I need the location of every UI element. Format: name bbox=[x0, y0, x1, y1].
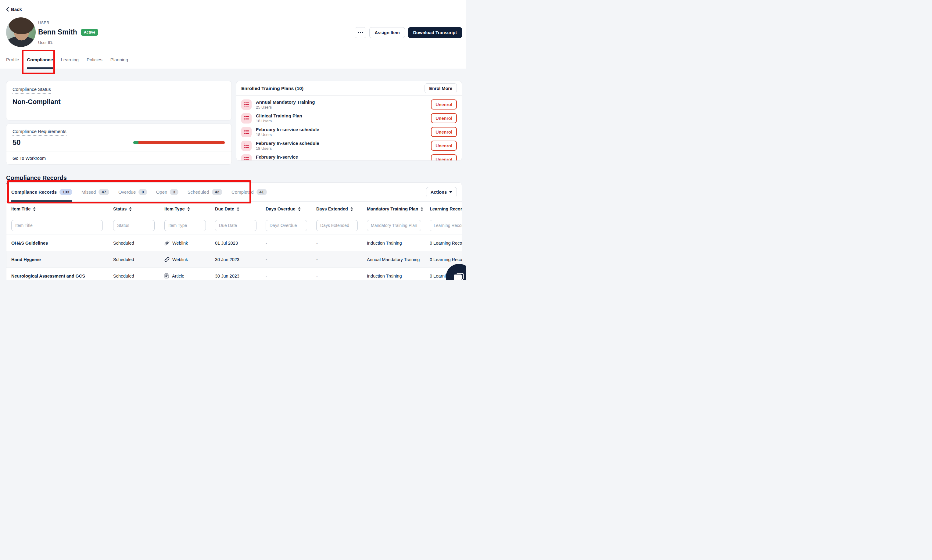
compliance-progress-bar bbox=[133, 141, 225, 144]
chevron-left-icon bbox=[6, 7, 9, 12]
compliance-requirements-value: 50 bbox=[12, 138, 21, 147]
item-title-cell: Hand Hygiene bbox=[6, 251, 108, 268]
status-cell: Scheduled bbox=[108, 268, 160, 280]
compliance-status-label: Compliance Status bbox=[12, 87, 51, 94]
unenrol-button[interactable]: Unenrol bbox=[431, 99, 457, 109]
tab-policies[interactable]: Policies bbox=[87, 57, 103, 69]
more-options-button[interactable] bbox=[355, 27, 366, 38]
learning-records-filter-input[interactable] bbox=[430, 220, 462, 231]
role-label: USER bbox=[38, 21, 49, 25]
item-type-cell: Weblink bbox=[160, 235, 210, 251]
count-badge: 47 bbox=[98, 189, 109, 195]
plan-name[interactable]: Clinical Training Plan bbox=[256, 113, 302, 119]
days-overdue-cell: - bbox=[261, 268, 311, 280]
tab-profile[interactable]: Profile bbox=[6, 57, 19, 69]
column-header-mandatory-training-plan[interactable]: Mandatory Training Plan bbox=[362, 202, 425, 216]
caret-down-icon bbox=[449, 191, 452, 193]
enrolled-training-plans-card: Enrolled Training Plans (10) Enrol More … bbox=[236, 81, 462, 161]
records-tab-missed[interactable]: Missed 47 bbox=[82, 183, 109, 201]
compliance-requirements-label: Compliance Requirements bbox=[12, 129, 66, 136]
days-overdue-cell: - bbox=[261, 235, 311, 251]
unenrol-button[interactable]: Unenrol bbox=[431, 154, 457, 161]
go-to-workroom-link[interactable]: Go To Workroom bbox=[6, 152, 231, 165]
days-extended-cell: - bbox=[311, 251, 362, 268]
sort-icon bbox=[129, 207, 132, 211]
records-table: Item Title Status Item Type Due Date Day… bbox=[6, 202, 462, 280]
sort-icon bbox=[33, 207, 36, 211]
column-header-days-overdue[interactable]: Days Overdue bbox=[261, 202, 311, 216]
sort-icon bbox=[187, 207, 190, 211]
records-tab-compliance-records[interactable]: Compliance Records 133 bbox=[11, 183, 72, 201]
avatar bbox=[6, 17, 36, 47]
tab-planning[interactable]: Planning bbox=[111, 57, 128, 69]
learning-records-cell: 0 Learning Records bbox=[425, 235, 462, 251]
list-item: February In-service schedule 18 Users Un… bbox=[241, 125, 457, 139]
assign-item-button[interactable]: Assign Item bbox=[369, 27, 405, 38]
compliance-status-card: Compliance Status Non-Compliant bbox=[6, 81, 232, 120]
records-tab-open[interactable]: Open 3 bbox=[156, 183, 178, 201]
status-cell: Scheduled bbox=[108, 251, 160, 268]
compliance-status-value: Non-Compliant bbox=[12, 98, 225, 106]
link-icon bbox=[165, 240, 169, 246]
item-title-filter-input[interactable] bbox=[11, 220, 103, 231]
days-extended-cell: - bbox=[311, 235, 362, 251]
column-header-item-type[interactable]: Item Type bbox=[160, 202, 210, 216]
list-item: February In-service schedule 18 Users Un… bbox=[241, 139, 457, 152]
page-header: Back USER Benn Smith Active User ID: - A… bbox=[0, 0, 466, 69]
item-title-cell: Neurological Assessment and GCS bbox=[6, 268, 108, 280]
plan-users: 18 Users bbox=[256, 118, 302, 123]
sort-icon bbox=[237, 207, 239, 211]
count-badge: 41 bbox=[257, 189, 267, 195]
plan-users: 18 Users bbox=[256, 132, 319, 137]
tab-learning[interactable]: Learning bbox=[61, 57, 79, 69]
days-overdue-filter-input[interactable] bbox=[266, 220, 307, 231]
plan-users: 18 Users bbox=[256, 146, 319, 151]
column-header-days-extended[interactable]: Days Extended bbox=[311, 202, 362, 216]
training-plan-list-icon bbox=[241, 127, 252, 137]
due-date-filter-input[interactable] bbox=[215, 220, 257, 231]
compliance-requirements-card: Compliance Requirements 50 Go To Workroo… bbox=[6, 123, 232, 165]
unenrol-button[interactable]: Unenrol bbox=[431, 141, 457, 151]
sort-icon bbox=[351, 207, 353, 211]
count-badge: 3 bbox=[170, 189, 178, 195]
unenrol-button[interactable]: Unenrol bbox=[431, 113, 457, 123]
records-tab-scheduled[interactable]: Scheduled 42 bbox=[188, 183, 222, 201]
status-filter-input[interactable] bbox=[113, 220, 155, 231]
sort-icon bbox=[298, 207, 301, 211]
due-date-cell: 30 Jun 2023 bbox=[210, 268, 261, 280]
item-type-cell: Weblink bbox=[160, 251, 210, 268]
column-header-due-date[interactable]: Due Date bbox=[210, 202, 261, 216]
table-row[interactable]: Hand Hygiene Scheduled Weblink 30 Jun 20… bbox=[6, 251, 462, 268]
column-header-status[interactable]: Status bbox=[108, 202, 160, 216]
mandatory-training-plan-filter-input[interactable] bbox=[367, 220, 421, 231]
count-badge: 42 bbox=[212, 189, 222, 195]
item-type-filter-input[interactable] bbox=[165, 220, 206, 231]
column-header-item-title[interactable]: Item Title bbox=[6, 202, 108, 216]
download-transcript-button[interactable]: Download Transcript bbox=[408, 27, 462, 38]
records-tab-completed[interactable]: Completed 41 bbox=[231, 183, 267, 201]
status-badge: Active bbox=[81, 29, 98, 36]
enrol-more-button[interactable]: Enrol More bbox=[424, 83, 457, 93]
back-button[interactable]: Back bbox=[6, 7, 22, 12]
plan-name[interactable]: Annual Mandatory Training bbox=[256, 99, 315, 105]
plan-name[interactable]: February In-service schedule bbox=[256, 141, 319, 146]
list-item: February in-service 18 Users Unenrol bbox=[241, 152, 457, 161]
training-plan-list-icon bbox=[241, 154, 252, 161]
days-extended-filter-input[interactable] bbox=[316, 220, 358, 231]
plan-name[interactable]: February in-service bbox=[256, 154, 298, 160]
plan-name[interactable]: February In-service schedule bbox=[256, 127, 319, 133]
progress-compliant-segment bbox=[133, 141, 138, 144]
records-tab-overdue[interactable]: Overdue 0 bbox=[118, 183, 147, 201]
column-header-learning-records[interactable]: Learning Records bbox=[425, 202, 462, 216]
tab-compliance[interactable]: Compliance bbox=[27, 57, 53, 69]
status-cell: Scheduled bbox=[108, 235, 160, 251]
actions-button[interactable]: Actions bbox=[426, 187, 457, 197]
unenrol-button[interactable]: Unenrol bbox=[431, 127, 457, 137]
table-row[interactable]: OH&S Guidelines Scheduled Weblink 01 Jul… bbox=[6, 235, 462, 251]
training-plan-list-icon bbox=[241, 141, 252, 151]
due-date-cell: 30 Jun 2023 bbox=[210, 251, 261, 268]
mandatory-training-plan-cell: Induction Training bbox=[362, 235, 425, 251]
profile-tabs: Profile Compliance Learning Policies Pla… bbox=[6, 57, 128, 69]
table-row[interactable]: Neurological Assessment and GCS Schedule… bbox=[6, 268, 462, 280]
due-date-cell: 01 Jul 2023 bbox=[210, 235, 261, 251]
